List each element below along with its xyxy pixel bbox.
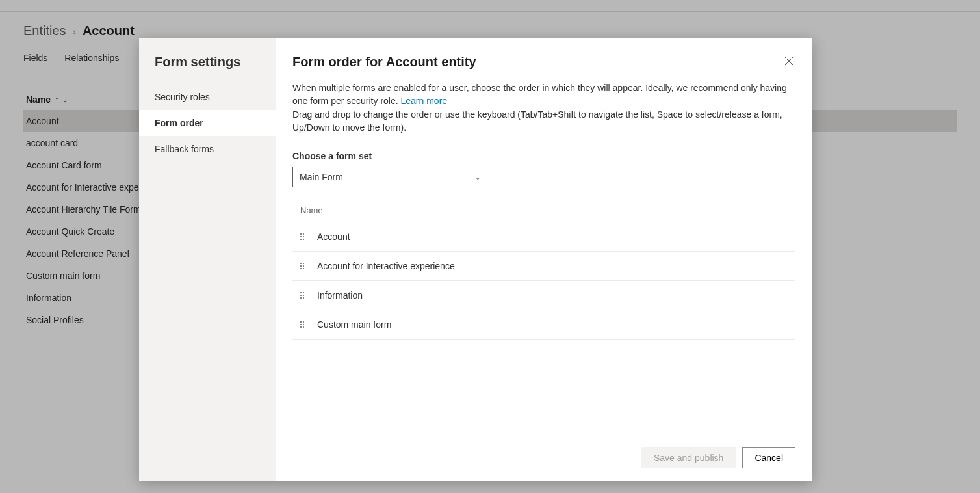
order-list-header: Name [292,199,795,222]
drag-handle-icon[interactable] [300,263,307,269]
form-settings-dialog: Form settings Security rolesForm orderFa… [139,38,812,481]
dialog-desc-1: When multiple forms are enabled for a us… [292,83,787,106]
save-publish-button[interactable]: Save and publish [641,447,736,468]
drag-handle-icon[interactable] [300,233,307,240]
order-row[interactable]: Information [292,280,795,310]
order-row[interactable]: Account [292,222,795,251]
formset-value: Main Form [300,172,343,182]
dialog-title: Form order for Account entity [292,55,795,70]
learn-more-link[interactable]: Learn more [401,96,448,106]
dialog-desc-2: Drag and drop to change the order or use… [292,109,782,133]
order-row-label: Account [317,232,350,242]
dialog-main: Form order for Account entity When multi… [276,38,812,481]
dialog-sidebar: Form settings Security rolesForm orderFa… [139,38,276,481]
drag-handle-icon[interactable] [300,321,307,328]
formset-select[interactable]: Main Form ⌄ [292,167,487,187]
order-row[interactable]: Account for Interactive experience [292,251,795,280]
cancel-button[interactable]: Cancel [742,447,795,468]
formset-label: Choose a form set [292,151,795,161]
dialog-sidebar-title: Form settings [139,55,276,84]
order-row-label: Custom main form [317,319,391,330]
order-list: Name AccountAccount for Interactive expe… [292,199,795,340]
sidebar-nav-item[interactable]: Security roles [139,84,276,110]
order-row-label: Information [317,290,363,300]
dialog-description: When multiple forms are enabled for a us… [292,81,793,134]
order-row[interactable]: Custom main form [292,310,795,340]
chevron-down-icon: ⌄ [475,174,480,181]
order-row-label: Account for Interactive experience [317,261,455,271]
dialog-footer: Save and publish Cancel [292,438,795,468]
drag-handle-icon[interactable] [300,292,307,299]
close-button[interactable] [780,52,798,70]
close-icon [784,56,794,66]
sidebar-nav-item[interactable]: Form order [139,110,276,136]
sidebar-nav-item[interactable]: Fallback forms [139,136,276,162]
